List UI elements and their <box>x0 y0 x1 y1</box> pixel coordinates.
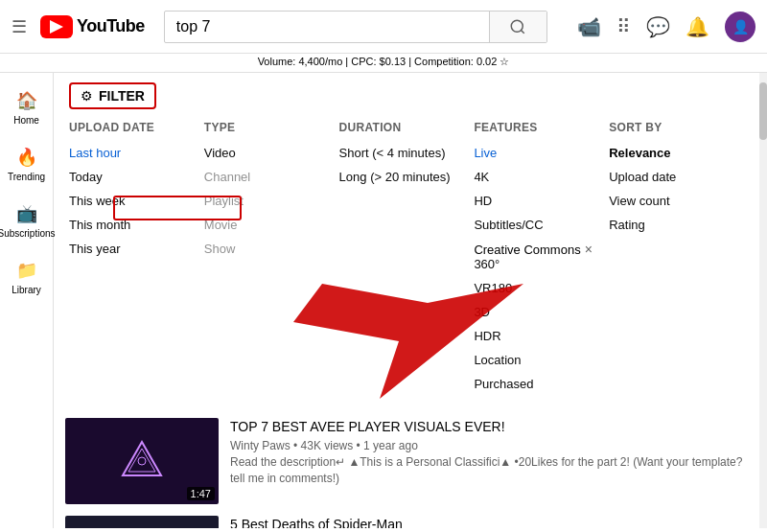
filter-label: FILTER <box>99 88 145 104</box>
sort-upload-date[interactable]: Upload date <box>609 170 732 184</box>
filter-movie[interactable]: Movie <box>204 218 328 232</box>
notifications-icon[interactable]: 🔔 <box>686 15 709 38</box>
video-results: 1:47 TOP 7 BEST AVEE PLAYER VISUALS EVER… <box>54 410 759 528</box>
filter-location[interactable]: Location <box>474 353 597 367</box>
messages-icon[interactable]: 💬 <box>646 15 670 38</box>
video-item: 1:47 TOP 7 BEST AVEE PLAYER VISUALS EVER… <box>65 418 748 504</box>
duration-header: DURATION <box>339 121 463 134</box>
upload-date-column: UPLOAD DATE Last hour Today This week Th… <box>69 121 204 401</box>
home-icon: 🏠 <box>16 90 37 111</box>
trending-icon: 🔥 <box>16 147 37 168</box>
filter-video[interactable]: Video <box>204 146 328 160</box>
youtube-play-icon <box>50 20 63 34</box>
filter-subtitles[interactable]: Subtitles/CC <box>474 218 597 232</box>
filter-short[interactable]: Short (< 4 minutes) <box>339 146 463 160</box>
filter-hdr[interactable]: HDR <box>474 329 597 343</box>
video-camera-icon[interactable]: 📹 <box>577 15 601 38</box>
filter-3d[interactable]: 3D <box>474 305 597 319</box>
sidebar-item-trending[interactable]: 🔥 Trending <box>0 137 53 190</box>
thumbnail-visual <box>118 437 166 485</box>
filter-creative-commons[interactable]: Creative Commons <box>474 243 580 257</box>
search-icon <box>509 18 526 35</box>
subtitle-bar: Volume: 4,400/mo | CPC: $0.13 | Competit… <box>0 54 767 73</box>
svg-point-4 <box>138 457 146 465</box>
svg-point-0 <box>512 20 523 32</box>
filter-last-hour[interactable]: Last hour <box>69 146 193 160</box>
video-title-0: TOP 7 BEST AVEE PLAYER VISUALS EVER! <box>230 418 748 435</box>
library-icon: 📁 <box>16 260 37 281</box>
filter-show[interactable]: Show <box>204 242 328 256</box>
search-input[interactable] <box>165 18 489 35</box>
scrollbar[interactable] <box>759 73 767 528</box>
sort-by-header: SORT BY <box>609 121 732 134</box>
svg-line-1 <box>522 30 524 33</box>
filter-this-year[interactable]: This year <box>69 242 193 256</box>
filter-creative-commons-row: Creative Commons × <box>474 242 597 257</box>
sidebar: 🏠 Home 🔥 Trending 📺 Subscriptions 📁 Libr… <box>0 73 54 528</box>
video-meta-1: 5 Best Deaths of Spider-Man <box>230 516 748 528</box>
features-header: FEATURES <box>474 121 597 134</box>
avatar[interactable]: 👤 <box>725 12 755 42</box>
subtitle-text: Volume: 4,400/mo | CPC: $0.13 | Competit… <box>258 56 510 67</box>
filter-icon: ⚙ <box>81 88 93 104</box>
sort-by-column: SORT BY Relevance Upload date View count… <box>609 121 744 401</box>
remove-creative-commons-button[interactable]: × <box>585 242 593 257</box>
video-channel-0: Winty Paws • 43K views • 1 year ago <box>230 439 748 452</box>
search-bar <box>164 11 547 43</box>
sort-relevance[interactable]: Relevance <box>609 146 732 160</box>
video-thumbnail-0[interactable]: 1:47 <box>65 418 219 504</box>
upload-date-header: UPLOAD DATE <box>69 121 193 134</box>
subscriptions-icon: 📺 <box>16 203 37 224</box>
sidebar-item-subscriptions[interactable]: 📺 Subscriptions <box>0 194 53 246</box>
video-title-1: 5 Best Deaths of Spider-Man <box>230 516 748 528</box>
sidebar-trending-label: Trending <box>8 172 45 182</box>
filter-hd[interactable]: HD <box>474 194 597 208</box>
duration-column: DURATION Short (< 4 minutes) Long (> 20 … <box>339 121 475 401</box>
hamburger-icon[interactable]: ☰ <box>12 16 27 37</box>
filter-columns: UPLOAD DATE Last hour Today This week Th… <box>69 121 744 401</box>
filter-purchased[interactable]: Purchased <box>474 377 597 391</box>
apps-grid-icon[interactable]: ⠿ <box>616 15 631 38</box>
filter-today[interactable]: Today <box>69 170 193 184</box>
filter-4k[interactable]: 4K <box>474 170 597 184</box>
youtube-wordmark: YouTube <box>77 16 145 36</box>
scrollbar-thumb[interactable] <box>759 82 767 140</box>
sort-rating[interactable]: Rating <box>609 218 732 232</box>
type-column: TYPE Video Channel Playlist Movie Show <box>204 121 339 401</box>
sidebar-subscriptions-label: Subscriptions <box>0 228 56 239</box>
top-icons: 📹 ⠿ 💬 🔔 👤 <box>577 12 755 42</box>
features-column: FEATURES Live 4K HD Subtitles/CC Creativ… <box>474 121 609 401</box>
sort-view-count[interactable]: View count <box>609 194 732 208</box>
sidebar-item-library[interactable]: 📁 Library <box>0 250 53 303</box>
filter-channel[interactable]: Channel <box>204 170 328 184</box>
type-header: TYPE <box>204 121 328 134</box>
sidebar-home-label: Home <box>13 115 39 126</box>
filter-360[interactable]: 360° <box>474 257 597 271</box>
filter-long[interactable]: Long (> 20 minutes) <box>339 170 463 184</box>
filter-playlist[interactable]: Playlist <box>204 194 328 208</box>
video-item-1: 5 Best Deaths of Spider-Man <box>65 516 748 528</box>
sidebar-library-label: Library <box>12 285 41 295</box>
svg-marker-2 <box>123 442 161 475</box>
filter-vr180[interactable]: VR180 <box>474 281 597 295</box>
video-meta-0: TOP 7 BEST AVEE PLAYER VISUALS EVER! Win… <box>230 418 748 504</box>
filter-header[interactable]: ⚙ FILTER <box>69 82 156 109</box>
filter-live[interactable]: Live <box>474 146 597 160</box>
search-button[interactable] <box>489 11 546 43</box>
youtube-icon-bg <box>40 15 73 38</box>
video-duration-0: 1:47 <box>187 487 215 500</box>
video-desc-0: Read the description↵ ▲This is a Persona… <box>230 454 748 487</box>
video-thumbnail-1[interactable] <box>65 516 219 528</box>
filter-this-week[interactable]: This week <box>69 194 193 208</box>
youtube-logo: YouTube <box>40 15 145 38</box>
sidebar-item-home[interactable]: 🏠 Home <box>0 81 53 133</box>
filter-panel: ⚙ FILTER UPLOAD DATE Last hour Today Thi… <box>54 73 759 410</box>
filter-this-month[interactable]: This month <box>69 218 193 232</box>
